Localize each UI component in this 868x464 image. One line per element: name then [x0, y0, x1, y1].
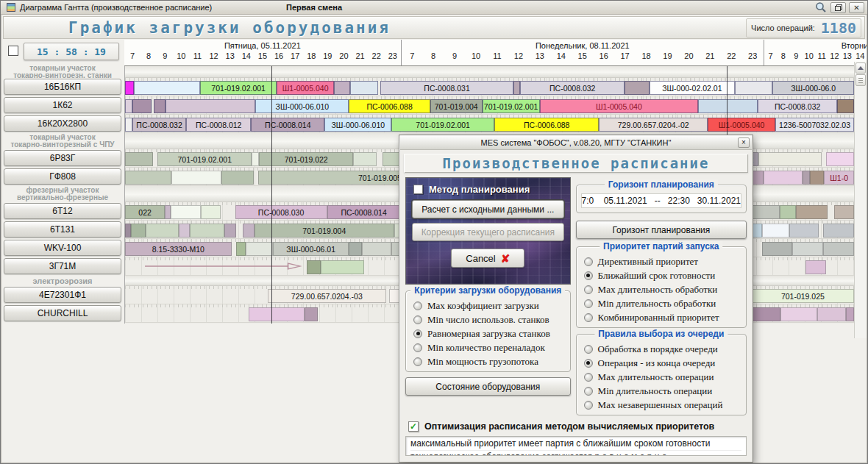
magnifier-icon[interactable]: [814, 1, 828, 13]
radio-icon[interactable]: [584, 373, 593, 382]
restore-button[interactable]: [830, 2, 846, 13]
method-checkbox-row[interactable]: Метод планирования: [413, 184, 564, 195]
radio-icon[interactable]: [413, 357, 422, 366]
info-line: максимальный приоритет имеет партия с бл…: [410, 438, 741, 451]
gantt-bar[interactable]: ЗШ-000-06.01: [273, 242, 348, 256]
gantt-bar[interactable]: 8.15-3330-М10: [125, 242, 232, 256]
horizon-button[interactable]: Горизонт планирования: [576, 221, 747, 239]
radio-icon[interactable]: [584, 299, 593, 308]
radio-option[interactable]: Директивный приоритет: [581, 254, 741, 268]
gantt-bar-segment: [221, 171, 254, 185]
gantt-bar[interactable]: ПС-0008.012: [186, 118, 251, 132]
gantt-bar[interactable]: 022: [125, 205, 165, 219]
machine-button[interactable]: 6Р83Г: [4, 150, 121, 166]
radio-icon[interactable]: [413, 301, 422, 310]
gantt-bar[interactable]: 701-019.004: [255, 224, 394, 238]
gantt-bar-segment: [236, 224, 243, 238]
radio-icon[interactable]: [584, 313, 593, 322]
radio-option[interactable]: Равномерная загрузка станков: [410, 326, 566, 340]
radio-icon[interactable]: [584, 257, 593, 266]
machine-button[interactable]: 3Г71М: [4, 258, 121, 274]
radio-icon[interactable]: [584, 285, 593, 294]
radio-option[interactable]: Max длительность обработки: [581, 282, 741, 296]
radio-icon[interactable]: [584, 387, 593, 396]
machine-button[interactable]: 1К62: [4, 97, 121, 113]
gantt-bar[interactable]: ЗШ-000-06.0: [772, 81, 854, 95]
method-checkbox[interactable]: [413, 185, 423, 194]
gantt-bar[interactable]: 1236-5007032.02.03: [775, 118, 854, 132]
dialog-close-icon[interactable]: ×: [738, 138, 750, 148]
machine-button[interactable]: WKV-100: [4, 240, 121, 256]
gantt-bar-segment: [828, 205, 834, 219]
radio-icon[interactable]: [413, 315, 422, 324]
radio-icon[interactable]: [584, 345, 593, 354]
gantt-bar[interactable]: ПС-0008.032: [520, 81, 625, 95]
radio-option[interactable]: Комбинированный приоритет: [581, 310, 741, 324]
gantt-bar[interactable]: ПС-0006.088: [494, 118, 600, 132]
timeline-day-label: Пятница, 05.11.2021: [124, 40, 401, 51]
gantt-bar[interactable]: Ш1-0005.040: [708, 118, 775, 132]
radio-option[interactable]: Min количество переналадок: [410, 340, 566, 354]
radio-option[interactable]: Max коэффициент загрузки: [410, 299, 566, 313]
gantt-bar[interactable]: 729.00.657.0204.-03: [268, 289, 386, 303]
dialog-titlebar[interactable]: MES система "ФОБОС", v.08.20, МГТУ "СТАН…: [400, 136, 752, 150]
gantt-bar[interactable]: 701-019.022: [259, 152, 353, 166]
gantt-bar[interactable]: ПС-0008.014: [327, 205, 401, 219]
radio-option[interactable]: Min длительность операции: [581, 384, 741, 398]
machine-button[interactable]: CHURCHILL: [4, 305, 121, 321]
gantt-bar[interactable]: 701-019.02.001: [200, 81, 277, 95]
equipment-state-button[interactable]: Состояние оборудования: [405, 377, 571, 396]
gantt-bar[interactable]: 701-019.02.001: [157, 152, 252, 166]
vertical-scrollbar[interactable]: [854, 62, 867, 338]
gantt-bar[interactable]: ЗШ-000-06.010: [324, 118, 391, 132]
machine-button[interactable]: 16Б16КП: [4, 79, 121, 95]
scroll-up-icon[interactable]: [855, 63, 866, 74]
gantt-bar[interactable]: 701-019.025: [752, 289, 854, 303]
radio-option[interactable]: Min мощность грузопотока: [410, 354, 566, 368]
radio-option-label: Комбинированный приоритет: [598, 312, 719, 324]
gantt-bar[interactable]: 701-019.004: [430, 99, 483, 113]
gantt-bar[interactable]: 701-019.02.001: [483, 99, 540, 113]
gantt-bar[interactable]: Ш1-0005.040: [540, 99, 699, 113]
gantt-bar[interactable]: ПС-0008.031: [380, 81, 513, 95]
gantt-bar[interactable]: ЗШ-000-06.010: [255, 99, 349, 113]
close-icon[interactable]: ✕: [849, 2, 864, 13]
timeline-checkbox[interactable]: [8, 46, 18, 56]
machine-button[interactable]: 6Т131: [4, 221, 121, 238]
radio-icon[interactable]: [584, 359, 593, 368]
machine-button[interactable]: 4Е72301Ф1: [4, 287, 121, 303]
radio-icon[interactable]: [584, 401, 593, 410]
optimize-checkbox-row[interactable]: ✓ Оптимизация расписания методом вычисля…: [408, 421, 744, 432]
gantt-bar[interactable]: 729.00.657.0204.-02: [599, 118, 708, 132]
radio-option[interactable]: Ближайший срок готовности: [581, 268, 741, 282]
cancel-button[interactable]: Cancel ✘: [451, 249, 524, 268]
gantt-bar[interactable]: ПС-0008.032: [758, 99, 837, 113]
gantt-bar[interactable]: Ш1-0005.040: [277, 81, 333, 95]
machine-button[interactable]: 16К20Х2800: [4, 115, 121, 132]
radio-icon[interactable]: [413, 343, 422, 352]
gantt-bar[interactable]: ПС-0008.032: [132, 118, 186, 132]
radio-option[interactable]: Min число использов. станков: [410, 313, 566, 326]
gantt-bar[interactable]: Ш1-0: [824, 171, 854, 185]
timeline-hour-label: 14: [238, 51, 255, 62]
scroll-thumb[interactable]: [855, 74, 866, 86]
radio-option[interactable]: Max незавершенных операций: [581, 398, 741, 412]
gantt-bar[interactable]: ПС-0006.088: [349, 99, 430, 113]
radio-option[interactable]: Обработка в порядке очереди: [581, 342, 741, 356]
radio-option[interactable]: Min длительность обработки: [581, 296, 741, 310]
radio-icon[interactable]: [584, 271, 593, 280]
machine-button[interactable]: 6Т12: [4, 203, 121, 219]
radio-option[interactable]: Max длительность операции: [581, 370, 741, 384]
gantt-bar[interactable]: 701-019.02.001: [391, 118, 494, 132]
timeline-hour-label: 21: [700, 51, 721, 62]
radio-icon[interactable]: [413, 329, 422, 338]
radio-option[interactable]: Операция - из конца очереди: [581, 356, 741, 370]
machine-button[interactable]: ГФ808: [4, 168, 121, 185]
gantt-bar[interactable]: ПС-0008.030: [235, 205, 327, 219]
calc-initial-button[interactable]: Расчет с исходными данными ...: [412, 200, 564, 218]
gantt-bar[interactable]: ЗШ-000-02.02.01: [650, 81, 735, 95]
machine-cell: 1К62: [1, 96, 124, 115]
optimize-checkbox[interactable]: ✓: [408, 421, 419, 432]
gantt-bar[interactable]: ПС-0008.014: [251, 118, 324, 132]
gantt-bar-segment: [353, 152, 377, 166]
